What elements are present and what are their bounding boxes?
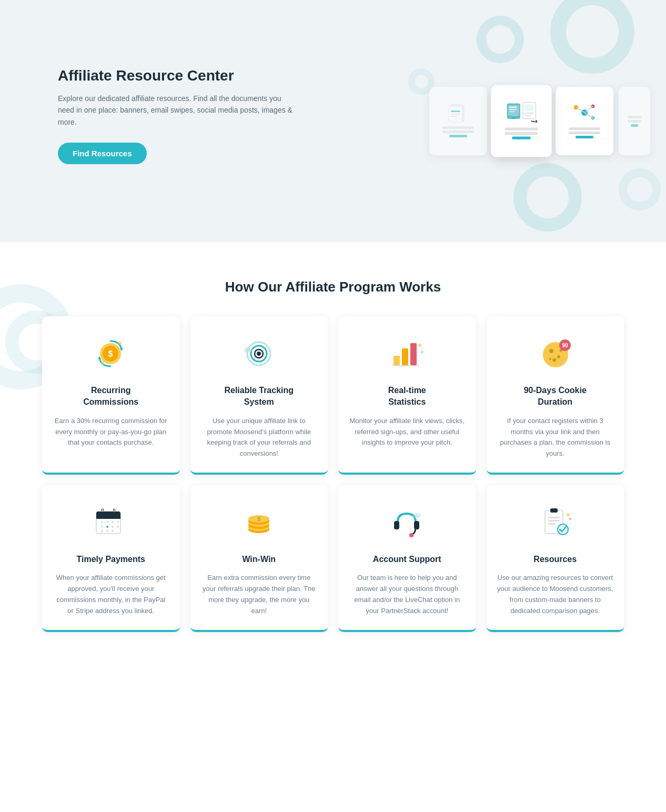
svg-rect-7	[451, 116, 457, 117]
statistics-icon	[386, 332, 428, 374]
winwin-desc: Earn extra commission every time your re…	[201, 573, 318, 616]
svg-line-24	[584, 106, 593, 113]
svg-point-31	[118, 342, 122, 345]
winwin-title: Win-Win	[242, 554, 276, 565]
payments-title: Timely Payments	[77, 554, 145, 565]
hero-card-center-active	[491, 85, 552, 157]
svg-point-69	[106, 530, 108, 532]
deco-circle-4	[619, 168, 661, 210]
svg-point-68	[101, 530, 103, 532]
svg-point-48	[552, 358, 556, 362]
svg-rect-39	[393, 356, 400, 365]
svg-rect-10	[509, 107, 517, 108]
svg-point-50	[549, 358, 551, 360]
svg-point-46	[549, 349, 553, 353]
statistics-desc: Monitor your affiliate link views, click…	[349, 416, 466, 448]
deco-circle-3	[513, 163, 582, 232]
svg-rect-6	[451, 114, 460, 115]
svg-point-80	[409, 533, 413, 537]
resources-icon	[534, 501, 576, 543]
svg-text:$: $	[257, 516, 260, 522]
svg-point-62	[112, 521, 114, 523]
feature-card-statistics: Real-timeStatistics Monitor your affilia…	[338, 316, 476, 475]
recurring-desc: Earn a 30% recurring commission for ever…	[53, 416, 169, 448]
svg-rect-55	[96, 517, 120, 519]
support-icon	[386, 501, 428, 543]
svg-rect-5	[451, 111, 460, 112]
statistics-title: Real-timeStatistics	[388, 385, 426, 408]
deco-circle-1	[550, 0, 634, 74]
hero-section: Affiliate Resource Center Explore our de…	[0, 0, 666, 242]
section-title: How Our Affiliate Program Works	[42, 279, 624, 295]
svg-point-67	[117, 526, 119, 528]
hero-card-right-partial	[619, 87, 650, 155]
feature-card-payments: Timely Payments When your affiliate comm…	[42, 485, 180, 632]
svg-point-90	[569, 518, 571, 520]
svg-point-70	[112, 530, 114, 532]
svg-rect-84	[550, 508, 558, 513]
svg-rect-16	[524, 113, 534, 114]
deco-circle-2	[477, 16, 524, 63]
hero-content: Affiliate Resource Center Explore our de…	[58, 67, 295, 164]
svg-point-89	[567, 513, 570, 516]
svg-point-63	[117, 521, 119, 523]
feature-card-recurring: $ RecurringCommissions Earn a 30% recurr…	[42, 316, 180, 475]
feature-card-cookie: 90 90-Days CookieDuration If your contac…	[487, 316, 624, 475]
svg-rect-85	[548, 517, 560, 518]
svg-rect-15	[524, 105, 534, 112]
svg-text:$: $	[108, 349, 113, 358]
feature-card-winwin: $ Win-Win Earn extra commission every ti…	[190, 485, 328, 632]
svg-rect-86	[548, 520, 560, 522]
cookie-title: 90-Days CookieDuration	[524, 385, 587, 408]
payments-icon	[90, 501, 132, 543]
cookie-desc: If your contact registers within 3 month…	[497, 416, 614, 459]
svg-point-47	[557, 355, 560, 358]
svg-text:90: 90	[562, 343, 568, 348]
svg-point-65	[106, 526, 108, 528]
winwin-icon: $	[238, 501, 280, 543]
how-it-works-section: How Our Affiliate Program Works $	[0, 242, 666, 679]
feature-card-support: Account Support Our team is here to help…	[338, 485, 476, 632]
svg-point-32	[101, 362, 104, 365]
find-resources-button[interactable]: Find Resources	[58, 143, 147, 164]
dual-screen-icon	[506, 101, 537, 123]
hero-cards-display	[429, 87, 650, 155]
svg-point-61	[106, 521, 108, 523]
hero-card-right	[556, 87, 613, 155]
hero-card-left-partial	[429, 87, 487, 155]
tracking-desc: Use your unique affiliate link to promot…	[201, 416, 318, 459]
resources-title: Resources	[533, 554, 577, 565]
svg-rect-13	[512, 117, 515, 119]
svg-point-66	[112, 526, 114, 528]
document-icon	[448, 104, 469, 122]
recurring-icon: $	[90, 332, 132, 374]
svg-rect-41	[410, 343, 417, 365]
svg-rect-40	[402, 348, 408, 365]
svg-point-43	[418, 344, 421, 347]
tracking-title: Reliable TrackingSystem	[224, 385, 294, 408]
svg-point-82	[412, 515, 418, 519]
svg-rect-17	[524, 115, 531, 116]
svg-point-38	[244, 349, 250, 353]
feature-card-resources: Resources Use our amazing resources to c…	[487, 485, 624, 632]
svg-rect-11	[509, 109, 517, 110]
tracking-icon	[238, 332, 280, 374]
hero-description: Explore our dedicated affiliate resource…	[58, 93, 295, 128]
svg-point-59	[114, 509, 115, 511]
payments-desc: When your affiliate commissions get appr…	[53, 573, 169, 616]
support-title: Account Support	[373, 554, 441, 565]
hero-title: Affiliate Resource Center	[58, 67, 295, 84]
cookie-icon: 90	[534, 332, 576, 374]
svg-point-57	[102, 509, 104, 511]
svg-rect-78	[394, 521, 399, 529]
svg-point-36	[257, 352, 261, 356]
svg-rect-12	[509, 111, 514, 112]
svg-point-44	[421, 351, 423, 353]
svg-point-64	[101, 526, 103, 528]
feature-card-tracking: Reliable TrackingSystem Use your unique …	[190, 316, 328, 475]
network-icon	[573, 102, 597, 123]
svg-point-60	[101, 521, 103, 523]
recurring-title: RecurringCommissions	[83, 385, 138, 408]
features-row-2: Timely Payments When your affiliate comm…	[42, 485, 624, 632]
support-desc: Our team is here to help you and answer …	[349, 573, 466, 616]
